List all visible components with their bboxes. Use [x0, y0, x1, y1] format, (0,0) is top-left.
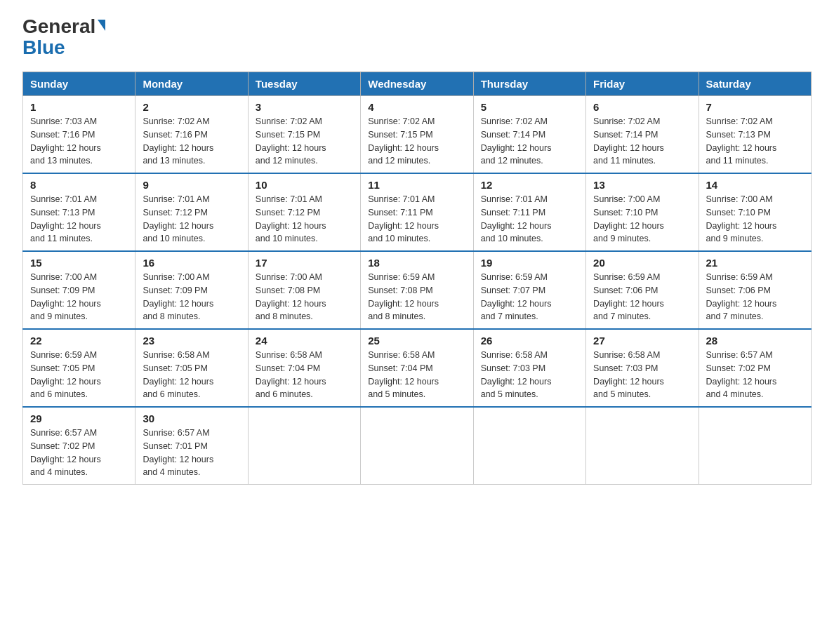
calendar-cell	[248, 407, 360, 485]
day-number: 21	[706, 257, 804, 269]
logo-blue: Blue	[22, 36, 65, 59]
calendar-cell: 21Sunrise: 6:59 AMSunset: 7:06 PMDayligh…	[699, 251, 811, 329]
day-number: 23	[143, 335, 240, 347]
weekday-header-sunday: Sunday	[23, 72, 135, 96]
day-info: Sunrise: 6:57 AMSunset: 7:01 PMDaylight:…	[143, 427, 240, 479]
calendar-cell: 9Sunrise: 7:01 AMSunset: 7:12 PMDaylight…	[135, 173, 248, 251]
day-number: 20	[593, 257, 691, 269]
day-info: Sunrise: 6:59 AMSunset: 7:05 PMDaylight:…	[30, 349, 128, 401]
calendar-cell	[586, 407, 699, 485]
calendar-cell	[361, 407, 473, 485]
day-number: 26	[481, 335, 578, 347]
day-info: Sunrise: 7:02 AMSunset: 7:16 PMDaylight:…	[143, 115, 240, 168]
logo: General Blue	[22, 17, 105, 59]
calendar-cell: 13Sunrise: 7:00 AMSunset: 7:10 PMDayligh…	[586, 173, 699, 251]
day-info: Sunrise: 7:01 AMSunset: 7:11 PMDaylight:…	[368, 193, 465, 246]
calendar-week-row: 22Sunrise: 6:59 AMSunset: 7:05 PMDayligh…	[23, 329, 812, 407]
weekday-header-monday: Monday	[135, 72, 248, 96]
weekday-header-thursday: Thursday	[473, 72, 585, 96]
day-number: 7	[706, 101, 804, 113]
day-number: 19	[481, 257, 578, 269]
day-info: Sunrise: 6:57 AMSunset: 7:02 PMDaylight:…	[706, 349, 804, 401]
day-info: Sunrise: 6:59 AMSunset: 7:08 PMDaylight:…	[368, 271, 465, 323]
calendar-cell: 14Sunrise: 7:00 AMSunset: 7:10 PMDayligh…	[699, 173, 811, 251]
day-info: Sunrise: 6:58 AMSunset: 7:03 PMDaylight:…	[593, 349, 691, 401]
calendar-cell: 26Sunrise: 6:58 AMSunset: 7:03 PMDayligh…	[473, 329, 585, 407]
calendar-cell: 22Sunrise: 6:59 AMSunset: 7:05 PMDayligh…	[23, 329, 135, 407]
day-info: Sunrise: 7:01 AMSunset: 7:12 PMDaylight:…	[143, 193, 240, 246]
day-info: Sunrise: 7:00 AMSunset: 7:09 PMDaylight:…	[143, 271, 240, 323]
calendar-cell: 19Sunrise: 6:59 AMSunset: 7:07 PMDayligh…	[473, 251, 585, 329]
calendar-cell: 20Sunrise: 6:59 AMSunset: 7:06 PMDayligh…	[586, 251, 699, 329]
calendar-cell: 3Sunrise: 7:02 AMSunset: 7:15 PMDaylight…	[248, 96, 360, 174]
calendar-cell: 1Sunrise: 7:03 AMSunset: 7:16 PMDaylight…	[23, 96, 135, 174]
day-info: Sunrise: 7:00 AMSunset: 7:10 PMDaylight:…	[593, 193, 691, 246]
day-number: 15	[30, 257, 128, 269]
day-info: Sunrise: 6:58 AMSunset: 7:05 PMDaylight:…	[143, 349, 240, 401]
weekday-header-saturday: Saturday	[699, 72, 811, 96]
day-info: Sunrise: 7:02 AMSunset: 7:13 PMDaylight:…	[706, 115, 804, 168]
day-info: Sunrise: 7:03 AMSunset: 7:16 PMDaylight:…	[30, 115, 128, 168]
day-number: 12	[481, 179, 578, 191]
calendar-cell: 15Sunrise: 7:00 AMSunset: 7:09 PMDayligh…	[23, 251, 135, 329]
day-number: 13	[593, 179, 691, 191]
calendar-cell: 23Sunrise: 6:58 AMSunset: 7:05 PMDayligh…	[135, 329, 248, 407]
day-info: Sunrise: 7:01 AMSunset: 7:13 PMDaylight:…	[30, 193, 128, 246]
logo-general: General	[22, 17, 95, 36]
day-info: Sunrise: 6:59 AMSunset: 7:06 PMDaylight:…	[593, 271, 691, 323]
calendar-cell: 17Sunrise: 7:00 AMSunset: 7:08 PMDayligh…	[248, 251, 360, 329]
day-info: Sunrise: 7:00 AMSunset: 7:08 PMDaylight:…	[256, 271, 353, 323]
day-info: Sunrise: 7:02 AMSunset: 7:14 PMDaylight:…	[593, 115, 691, 168]
calendar-cell	[473, 407, 585, 485]
calendar-cell: 27Sunrise: 6:58 AMSunset: 7:03 PMDayligh…	[586, 329, 699, 407]
day-number: 29	[30, 412, 128, 424]
day-number: 4	[368, 101, 465, 113]
calendar-cell: 24Sunrise: 6:58 AMSunset: 7:04 PMDayligh…	[248, 329, 360, 407]
day-number: 10	[256, 179, 353, 191]
day-info: Sunrise: 6:58 AMSunset: 7:04 PMDaylight:…	[256, 349, 353, 401]
day-number: 2	[143, 101, 240, 113]
calendar-header-row: SundayMondayTuesdayWednesdayThursdayFrid…	[23, 72, 812, 96]
weekday-header-wednesday: Wednesday	[361, 72, 473, 96]
calendar-cell: 30Sunrise: 6:57 AMSunset: 7:01 PMDayligh…	[135, 407, 248, 485]
calendar-cell: 18Sunrise: 6:59 AMSunset: 7:08 PMDayligh…	[361, 251, 473, 329]
day-number: 30	[143, 412, 240, 424]
calendar-week-row: 29Sunrise: 6:57 AMSunset: 7:02 PMDayligh…	[23, 407, 812, 485]
day-info: Sunrise: 7:00 AMSunset: 7:09 PMDaylight:…	[30, 271, 128, 323]
calendar-cell: 12Sunrise: 7:01 AMSunset: 7:11 PMDayligh…	[473, 173, 585, 251]
calendar-cell: 10Sunrise: 7:01 AMSunset: 7:12 PMDayligh…	[248, 173, 360, 251]
calendar-cell: 8Sunrise: 7:01 AMSunset: 7:13 PMDaylight…	[23, 173, 135, 251]
calendar-week-row: 15Sunrise: 7:00 AMSunset: 7:09 PMDayligh…	[23, 251, 812, 329]
calendar-cell: 2Sunrise: 7:02 AMSunset: 7:16 PMDaylight…	[135, 96, 248, 174]
day-number: 18	[368, 257, 465, 269]
day-number: 24	[256, 335, 353, 347]
day-number: 17	[256, 257, 353, 269]
day-number: 1	[30, 101, 128, 113]
day-number: 27	[593, 335, 691, 347]
calendar-cell: 6Sunrise: 7:02 AMSunset: 7:14 PMDaylight…	[586, 96, 699, 174]
day-number: 16	[143, 257, 240, 269]
calendar-cell	[699, 407, 811, 485]
day-number: 5	[481, 101, 578, 113]
day-number: 8	[30, 179, 128, 191]
day-number: 14	[706, 179, 804, 191]
calendar-cell: 11Sunrise: 7:01 AMSunset: 7:11 PMDayligh…	[361, 173, 473, 251]
weekday-header-tuesday: Tuesday	[248, 72, 360, 96]
weekday-header-friday: Friday	[586, 72, 699, 96]
calendar-cell: 16Sunrise: 7:00 AMSunset: 7:09 PMDayligh…	[135, 251, 248, 329]
calendar-cell: 5Sunrise: 7:02 AMSunset: 7:14 PMDaylight…	[473, 96, 585, 174]
calendar-cell: 29Sunrise: 6:57 AMSunset: 7:02 PMDayligh…	[23, 407, 135, 485]
calendar-cell: 4Sunrise: 7:02 AMSunset: 7:15 PMDaylight…	[361, 96, 473, 174]
day-info: Sunrise: 7:01 AMSunset: 7:12 PMDaylight:…	[256, 193, 353, 246]
day-number: 6	[593, 101, 691, 113]
day-number: 28	[706, 335, 804, 347]
calendar-cell: 7Sunrise: 7:02 AMSunset: 7:13 PMDaylight…	[699, 96, 811, 174]
day-info: Sunrise: 6:59 AMSunset: 7:06 PMDaylight:…	[706, 271, 804, 323]
day-number: 25	[368, 335, 465, 347]
day-info: Sunrise: 7:02 AMSunset: 7:15 PMDaylight:…	[368, 115, 465, 168]
day-info: Sunrise: 7:00 AMSunset: 7:10 PMDaylight:…	[706, 193, 804, 246]
day-info: Sunrise: 6:59 AMSunset: 7:07 PMDaylight:…	[481, 271, 578, 323]
day-number: 9	[143, 179, 240, 191]
page-header: General Blue	[22, 17, 812, 59]
calendar-cell: 25Sunrise: 6:58 AMSunset: 7:04 PMDayligh…	[361, 329, 473, 407]
